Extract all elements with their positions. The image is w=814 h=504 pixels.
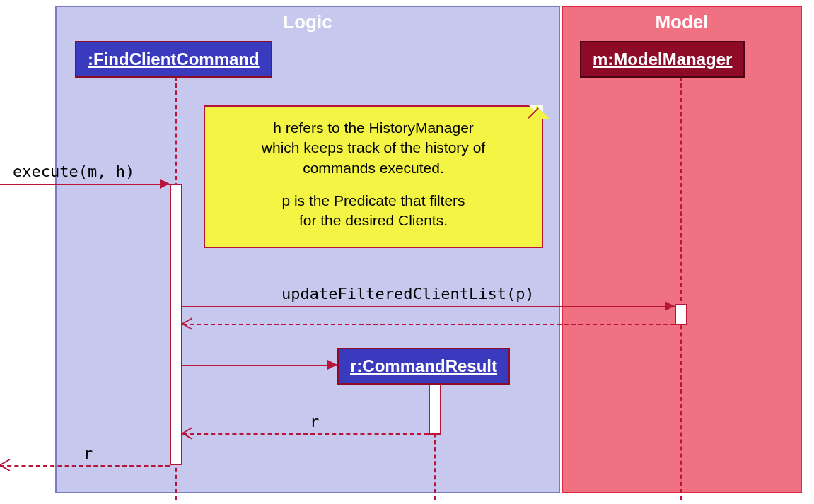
note-line: for the desired Clients. bbox=[219, 211, 528, 230]
participant-box-model: Model bbox=[562, 6, 802, 493]
participant-label-model: Model bbox=[563, 11, 801, 33]
activation-command-result bbox=[429, 384, 441, 435]
object-label: r:CommandResult bbox=[350, 356, 497, 375]
lifeline-model-manager bbox=[680, 76, 682, 500]
diagram-note: h refers to the HistoryManager which kee… bbox=[204, 105, 543, 248]
message-label-execute: execute(m, h) bbox=[13, 163, 134, 180]
object-command-result: r:CommandResult bbox=[337, 348, 510, 385]
message-label-update-filtered: updateFilteredClientList(p) bbox=[281, 285, 535, 303]
object-model-manager: m:ModelManager bbox=[580, 41, 745, 78]
message-label-return-r-inner: r bbox=[310, 413, 319, 430]
note-line: which keeps track of the history of bbox=[219, 138, 528, 158]
sequence-diagram: Logic Model :FindClientCommand m:ModelMa… bbox=[55, 6, 805, 498]
participant-box-logic: Logic bbox=[55, 6, 560, 493]
message-label-return-r-outer: r bbox=[83, 445, 93, 462]
object-label: :FindClientCommand bbox=[88, 49, 260, 69]
note-line: h refers to the HistoryManager bbox=[219, 118, 528, 138]
note-line: commands executed. bbox=[219, 158, 528, 178]
note-line: p is the Predicate that filters bbox=[219, 191, 528, 211]
activation-find-client-command bbox=[170, 184, 182, 465]
object-find-client-command: :FindClientCommand bbox=[75, 41, 272, 78]
object-label: m:ModelManager bbox=[593, 49, 732, 69]
participant-label-logic: Logic bbox=[57, 11, 559, 33]
activation-model-manager bbox=[675, 304, 687, 325]
